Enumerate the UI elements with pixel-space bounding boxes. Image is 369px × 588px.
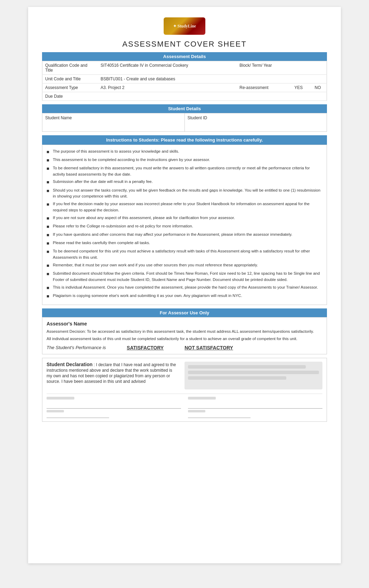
student-sig-label [47,397,74,400]
instructions-area: ■The purpose of this assessment is to as… [42,145,327,305]
bullet-icon: ■ [47,201,51,214]
unit-code-value: BSBITU301 - Create and use databases [98,75,327,83]
instructions-header: Instructions to Students: Please read th… [42,135,327,145]
list-item: ■This is individual Assessment. Once you… [47,284,322,291]
table-row [42,122,327,131]
bullet-icon: ■ [47,271,51,283]
page: ASSESSMENT COVER SHEET Assessment Detail… [28,7,341,563]
list-item: ■The purpose of this assessment is to as… [47,148,322,155]
instructions-section: Instructions to Students: Please read th… [42,135,327,305]
assessment-details-table: Qualification Code and Title SIT40516 Ce… [42,61,327,101]
table-row: Assessment Type A3. Project 2 Re-assessm… [42,83,327,92]
list-item: ■Remember, that it must be your own work… [47,262,322,269]
table-row: Due Date [42,92,327,101]
assessment-type-value: A3. Project 2 [98,83,237,92]
assessor-sig-label [188,397,216,400]
satisfactory-label: SATISFACTORY [127,345,164,351]
student-sig-line [47,402,181,409]
bullet-icon: ■ [47,232,51,239]
yes-label: YES [288,83,309,92]
declaration-text: Student Declaration : I declare that I h… [47,362,178,389]
bullet-icon: ■ [47,187,51,200]
bullet-icon: ■ [47,157,51,164]
all-individual-text: All individual assessment tasks of this … [47,336,322,342]
bullet-icon: ■ [47,248,51,261]
due-date-label: Due Date [42,92,98,101]
assessor-date-label [188,410,205,412]
bullet-icon: ■ [47,262,51,269]
list-item: ■If you are not sure about any aspect of… [47,215,322,222]
declaration-blurred-area [184,362,322,389]
re-assessment-label: Re-assessment [237,83,288,92]
bullet-icon: ■ [47,284,51,291]
assessor-header: For Assessor Use Only [42,308,327,317]
no-label: NO [309,83,327,92]
student-name-label: Student Name [42,113,185,123]
bullet-icon: ■ [47,215,51,222]
performance-row: The Student's Performance is SATISFACTOR… [47,345,322,351]
list-item: ■Please read the tasks carefully then co… [47,240,322,247]
list-item: ■Plagiarism is copying someone else's wo… [47,293,322,300]
performance-label: The Student's Performance is [47,345,106,350]
bullet-icon: ■ [47,223,51,230]
student-date-line [47,412,109,418]
assessor-sig-block [188,397,322,418]
list-item: ■If you have questions and other concern… [47,232,322,239]
block-term-year-label: Block/ Term/ Year [237,61,327,75]
assessor-date-line [188,412,251,418]
not-satisfactory-label: NOT SATISFACTORY [184,345,233,351]
qualification-label: Qualification Code and Title [42,61,98,75]
list-item: ■To be deemed competent for this unit yo… [47,248,322,261]
list-item: ■Should you not answer the tasks correct… [47,187,322,200]
bullet-icon: ■ [47,165,51,178]
logo-area [42,17,327,36]
assessment-details-header: Assessment Details [42,52,327,61]
assessor-area: Assessor's Name Assessment Decision: To … [42,317,327,354]
assessment-decision-text: Assessment Decision: To be accessed as s… [47,329,322,335]
table-row: Qualification Code and Title SIT40516 Ce… [42,61,327,75]
signature-section [47,394,322,418]
list-item: ■Submitted document should follow the gi… [47,271,322,283]
student-details-section: Student Details Student Name Student ID [42,104,327,132]
list-item: ■Submission after the due date will resu… [47,179,322,186]
student-declaration-section: Student Declaration : I declare that I h… [42,358,327,422]
logo [164,17,205,35]
bullet-icon: ■ [47,179,51,186]
list-item: ■To be deemed satisfactory in this asses… [47,165,322,178]
student-details-header: Student Details [42,104,327,113]
bullet-icon: ■ [47,293,51,300]
unit-code-label: Unit Code and Title [42,75,98,83]
assessor-name-label: Assessor's Name [47,321,322,327]
student-sig-block [47,397,181,418]
assessor-section: For Assessor Use Only Assessor's Name As… [42,308,327,354]
list-item: ■Please refer to the College re-submissi… [47,223,322,230]
bullet-icon: ■ [47,240,51,247]
table-row: Unit Code and Title BSBITU301 - Create a… [42,75,327,83]
list-item: ■This assessment is to be completed acco… [47,157,322,164]
table-row: Student Name Student ID [42,113,327,123]
assessment-details-section: Assessment Details Qualification Code an… [42,52,327,101]
assessment-type-label: Assessment Type [42,83,98,92]
assessor-sig-line [188,402,322,409]
declaration-title: Student Declaration : I declare that I h… [47,362,178,384]
student-details-table: Student Name Student ID [42,113,327,132]
declaration-content: Student Declaration : I declare that I h… [47,362,322,389]
student-id-label: Student ID [184,113,327,123]
list-item: ■If you feel the decision made by your a… [47,201,322,214]
page-title: ASSESSMENT COVER SHEET [42,40,327,49]
bullet-icon: ■ [47,148,51,155]
qualification-value: SIT40516 Certificate IV in Commercial Co… [98,61,237,75]
student-date-label [47,410,64,412]
